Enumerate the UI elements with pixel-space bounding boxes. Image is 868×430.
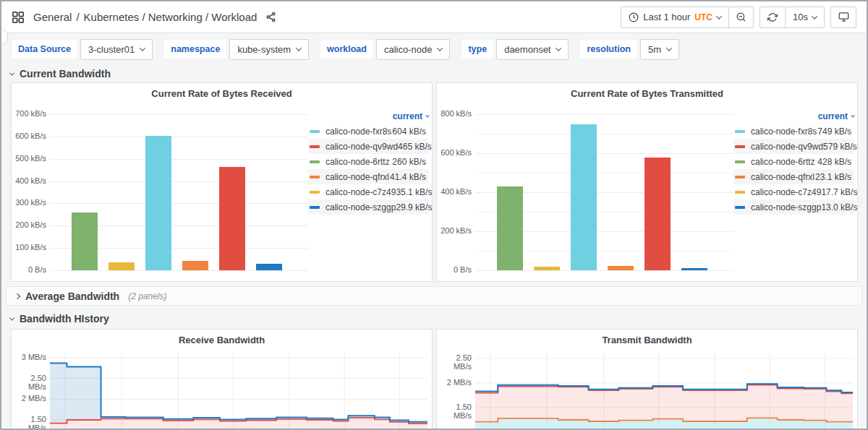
variable-1: namespacekube-system: [164, 39, 309, 60]
chevron-down-icon: [296, 45, 302, 51]
legend-series-name[interactable]: calico-node-c7z49: [751, 187, 821, 197]
legend-series-name[interactable]: calico-node-szggp: [326, 202, 396, 212]
navbar: General / Kubernetes / Networking / Work…: [1, 1, 867, 33]
legend-series-value: 17.7 kB/s: [821, 187, 857, 197]
bar-calico-node-c7z49[interactable]: [109, 262, 135, 270]
legend-series-name[interactable]: calico-node-szggp: [751, 202, 821, 212]
legend-color-swatch: [310, 145, 320, 148]
bar-calico-node-fxr8s[interactable]: [145, 136, 171, 270]
legend-color-swatch: [310, 160, 320, 163]
variable-selected-value: kube-system: [237, 44, 291, 55]
legend-series-value: 23.1 kB/s: [815, 172, 851, 182]
variable-label: type: [461, 40, 493, 59]
time-series-plot: [12, 330, 433, 430]
y-axis-label: 600 kB/s: [438, 148, 472, 157]
bar-calico-node-szggp[interactable]: [256, 264, 282, 270]
variable-value-dropdown[interactable]: daemonset: [496, 39, 569, 60]
legend-series-name[interactable]: calico-node-qv9wd: [326, 142, 398, 152]
legend-header-label: current: [393, 111, 422, 121]
legend-sort-current[interactable]: current: [308, 109, 429, 124]
legend-color-swatch: [310, 130, 320, 133]
kiosk-group: [830, 7, 856, 28]
series-area-fill: [50, 364, 427, 424]
y-axis-label: 800 kB/s: [438, 109, 472, 118]
legend-series-name[interactable]: calico-node-c7z49: [326, 187, 396, 197]
chevron-down-icon: [425, 113, 430, 118]
variable-value-dropdown[interactable]: kube-system: [229, 39, 309, 60]
y-axis-label: 200 kB/s: [438, 226, 472, 235]
y-axis-label: 2.50 MB/s: [438, 353, 472, 371]
panel-title[interactable]: Current Rate of Bytes Received: [12, 88, 432, 99]
variable-selected-value: calico-node: [384, 44, 433, 55]
variable-2: workloadcalico-node: [320, 39, 450, 60]
zoom-out-button[interactable]: [728, 7, 753, 27]
legend-series-value: 604 kB/s: [392, 126, 426, 137]
bar-calico-node-qv9wd[interactable]: [644, 158, 671, 270]
chevron-down-icon: [437, 45, 443, 51]
bar-calico-node-6rttz[interactable]: [497, 186, 523, 270]
y-axis-label: 2 MB/s: [438, 378, 472, 387]
legend-series-name[interactable]: calico-node-fxr8s: [326, 126, 392, 137]
bar-calico-node-fxr8s[interactable]: [571, 124, 597, 270]
panel-current-rate-bytes-received: Current Rate of Bytes Received700 kB/s60…: [11, 82, 433, 282]
bar-calico-node-c7z49[interactable]: [534, 267, 560, 270]
time-controls-group: Last 1 hour UTC: [621, 7, 754, 28]
timezone-label: UTC: [694, 12, 712, 22]
row-header-average-bandwidth[interactable]: Average Bandwidth (2 panels): [6, 286, 862, 306]
gridline: [475, 270, 733, 271]
legend-series-name[interactable]: calico-node-qfrxl: [751, 172, 815, 182]
y-axis-label: 1.50 MB/s: [13, 415, 46, 430]
legend-series-name[interactable]: calico-node-qv9wd: [751, 142, 823, 152]
variable-value-dropdown[interactable]: 3-cluster01: [80, 39, 153, 60]
row-title: Bandwidth HIstory: [20, 313, 109, 324]
legend-color-swatch: [735, 160, 745, 163]
legend-header-label: current: [818, 111, 848, 121]
kiosk-mode-button[interactable]: [831, 7, 856, 27]
legend-row: calico-node-6rttz428 kB/s: [733, 154, 854, 169]
y-axis-label: 3 MB/s: [13, 353, 46, 361]
share-icon[interactable]: [265, 12, 276, 22]
breadcrumb-folder[interactable]: General: [33, 11, 72, 23]
panel-title[interactable]: Current Rate of Bytes Transmitted: [437, 88, 857, 99]
legend-color-swatch: [310, 191, 320, 194]
refresh-button[interactable]: [760, 7, 785, 27]
bar-calico-node-6rttz[interactable]: [72, 212, 98, 270]
legend: currentcalico-node-fxr8s749 kB/scalico-n…: [733, 109, 854, 215]
y-axis-label: 400 kB/s: [438, 187, 472, 196]
chevron-right-icon: [14, 293, 20, 298]
chevron-down-icon: [556, 45, 561, 51]
variables-bar: Data Source3-cluster01namespacekube-syst…: [1, 34, 867, 64]
legend-series-value: 41.4 kB/s: [390, 172, 426, 182]
bar-calico-node-qv9wd[interactable]: [219, 167, 245, 271]
bar-calico-node-qfrxl[interactable]: [182, 261, 208, 270]
variable-value-dropdown[interactable]: calico-node: [376, 39, 451, 60]
gridline: [50, 159, 308, 160]
variable-selected-value: daemonset: [504, 44, 550, 55]
legend-series-name[interactable]: calico-node-fxr8s: [751, 126, 817, 137]
row-header-bandwidth-history[interactable]: Bandwidth HIstory: [1, 310, 109, 327]
y-axis-label: 600 kB/s: [13, 132, 46, 140]
refresh-interval-label: 10s: [793, 12, 808, 22]
bar-calico-node-qfrxl[interactable]: [608, 266, 634, 270]
legend-series-value: 13.0 kB/s: [821, 202, 857, 212]
gridline: [475, 153, 733, 154]
breadcrumb: General / Kubernetes / Networking / Work…: [33, 11, 257, 23]
gridline: [50, 137, 308, 137]
refresh-interval-dropdown[interactable]: 10s: [785, 7, 824, 27]
time-range-picker[interactable]: Last 1 hour UTC: [621, 7, 728, 27]
y-axis-label: 300 kB/s: [13, 198, 46, 207]
bar-calico-node-szggp[interactable]: [681, 268, 707, 271]
legend-series-name[interactable]: calico-node-qfrxl: [326, 172, 390, 182]
gridline: [50, 114, 308, 115]
variable-value-dropdown[interactable]: 5m: [640, 39, 679, 60]
variable-selected-value: 5m: [648, 44, 661, 55]
gridline: [50, 270, 308, 271]
panel-current-rate-bytes-transmitted: Current Rate of Bytes Transmitted800 kB/…: [436, 82, 858, 282]
row-header-current-bandwidth[interactable]: Current Bandwidth: [1, 65, 111, 82]
legend-sort-current[interactable]: current: [733, 109, 854, 124]
legend-row: calico-node-fxr8s604 kB/s: [308, 124, 429, 139]
legend-series-name[interactable]: calico-node-6rttz: [326, 157, 392, 167]
legend-series-value: 35.1 kB/s: [396, 187, 432, 197]
legend-series-name[interactable]: calico-node-6rttz: [751, 157, 817, 167]
y-axis-label: 2 MB/s: [13, 394, 46, 403]
